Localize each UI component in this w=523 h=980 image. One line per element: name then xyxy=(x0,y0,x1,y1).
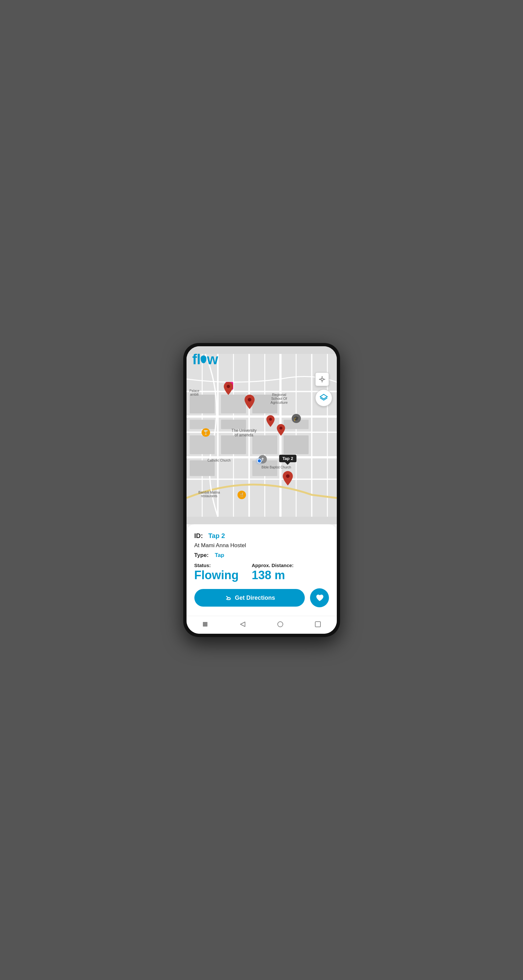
nav-back-button[interactable] xyxy=(199,619,212,629)
distance-value: 138 m xyxy=(251,569,293,582)
heart-icon xyxy=(315,593,324,602)
action-row: Get Directions xyxy=(194,588,329,607)
id-row: ID: Tap 2 xyxy=(194,532,329,540)
id-value: Tap 2 xyxy=(208,532,225,539)
svg-rect-38 xyxy=(203,622,207,627)
svg-point-29 xyxy=(269,418,272,421)
directions-label: Get Directions xyxy=(235,595,275,601)
nav-apps-button[interactable] xyxy=(311,619,324,629)
nav-recents-button[interactable] xyxy=(274,619,287,629)
svg-rect-15 xyxy=(189,395,215,414)
svg-rect-22 xyxy=(221,436,246,454)
pin-2 xyxy=(244,395,255,410)
svg-rect-17 xyxy=(252,395,277,414)
type-label: Type: xyxy=(194,552,209,558)
status-label: Status: xyxy=(194,563,239,568)
pin-1 xyxy=(224,382,233,396)
nav-recents-icon xyxy=(315,621,321,627)
type-row: Type: Tap xyxy=(194,552,329,558)
svg-point-40 xyxy=(278,622,283,627)
distance-block: Approx. Distance: 138 m xyxy=(251,563,293,582)
logo-drop-icon xyxy=(200,355,207,363)
locate-button[interactable] xyxy=(315,372,329,386)
svg-point-31 xyxy=(286,474,289,478)
poi-bar-icon: 🍸 xyxy=(202,428,210,437)
svg-marker-39 xyxy=(240,622,245,627)
phone-inner: flw Palaceambili RegionalSchool OfAgricu… xyxy=(186,346,337,634)
svg-point-30 xyxy=(280,426,283,430)
app-logo-text: flw xyxy=(192,352,218,366)
svg-rect-18 xyxy=(189,420,215,429)
nav-square-icon xyxy=(202,621,208,627)
directions-icon xyxy=(224,594,231,601)
nav-bar xyxy=(186,616,337,634)
svg-point-32 xyxy=(321,378,323,380)
svg-rect-23 xyxy=(252,436,277,454)
phone-frame: flw Palaceambili RegionalSchool OfAgricu… xyxy=(183,343,340,637)
pin-3 xyxy=(266,415,275,428)
favorite-button[interactable] xyxy=(310,588,329,607)
poi-restaurant-icon: 🍴 xyxy=(237,491,246,499)
svg-rect-25 xyxy=(189,460,215,476)
user-location-dot xyxy=(257,459,262,463)
svg-point-28 xyxy=(248,398,251,401)
map-area: flw Palaceambili RegionalSchool OfAgricu… xyxy=(186,346,337,524)
map-controls xyxy=(315,372,332,406)
status-distance-row: Status: Flowing Approx. Distance: 138 m xyxy=(194,563,329,582)
pin-4 xyxy=(277,424,285,437)
distance-label: Approx. Distance: xyxy=(251,563,293,568)
type-value: Tap xyxy=(215,552,224,558)
location-text: At Mami Anna Hostel xyxy=(194,542,329,549)
nav-home-button[interactable] xyxy=(236,619,249,629)
poi-school-icon: 🎓 xyxy=(292,414,301,423)
svg-point-27 xyxy=(227,385,230,388)
flow-logo: flw xyxy=(192,352,218,366)
id-label: ID: xyxy=(194,532,203,539)
pin-tooltip: Tap 2 xyxy=(279,455,296,462)
svg-rect-41 xyxy=(315,622,321,627)
status-block: Status: Flowing xyxy=(194,563,239,582)
nav-back-icon xyxy=(239,620,246,628)
nav-home-icon xyxy=(277,620,284,628)
logo-fl: fl xyxy=(192,352,200,366)
layers-button[interactable] xyxy=(315,390,332,406)
info-panel: ID: Tap 2 At Mami Anna Hostel Type: Tap … xyxy=(186,524,337,616)
svg-rect-19 xyxy=(221,420,246,429)
svg-rect-24 xyxy=(283,436,309,454)
logo-w: w xyxy=(207,352,218,366)
selected-pin-group: Tap 2 xyxy=(283,471,293,487)
status-value: Flowing xyxy=(194,569,239,582)
get-directions-button[interactable]: Get Directions xyxy=(194,589,305,607)
svg-rect-21 xyxy=(189,436,215,454)
svg-rect-16 xyxy=(221,395,246,414)
